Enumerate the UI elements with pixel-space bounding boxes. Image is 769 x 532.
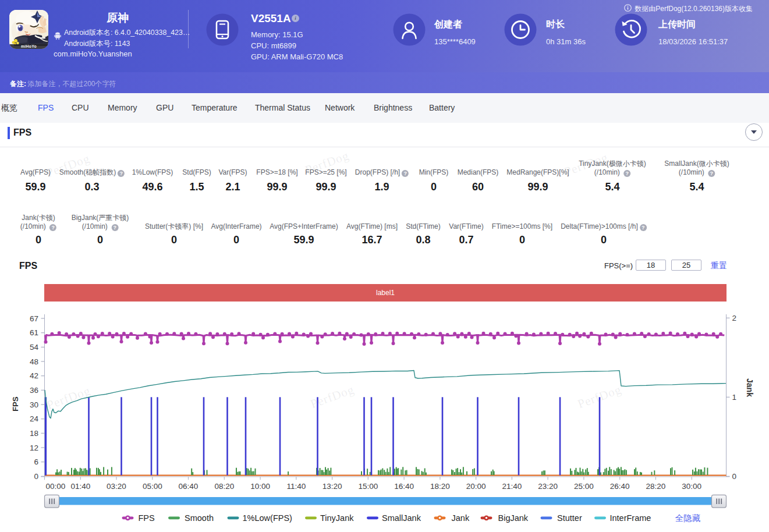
svg-text:10:00: 10:00 — [250, 482, 270, 491]
svg-text:11:40: 11:40 — [286, 482, 306, 491]
svg-text:12: 12 — [30, 444, 38, 452]
svg-text:FPS: FPS — [139, 513, 155, 523]
svg-text:36: 36 — [30, 386, 38, 395]
svg-text:23:20: 23:20 — [538, 482, 558, 491]
svg-text:13:20: 13:20 — [323, 482, 342, 491]
svg-text:42: 42 — [30, 371, 38, 380]
svg-text:Smooth: Smooth — [185, 513, 214, 523]
svg-text:21:40: 21:40 — [502, 482, 522, 491]
svg-text:30:00: 30:00 — [682, 482, 701, 491]
svg-text:FPS: FPS — [11, 396, 20, 412]
svg-text:20:00: 20:00 — [466, 482, 486, 491]
svg-text:30: 30 — [30, 400, 38, 409]
svg-text:Jank: Jank — [745, 378, 754, 397]
svg-text:61: 61 — [30, 328, 38, 337]
svg-text:00:00: 00:00 — [46, 482, 66, 491]
svg-text:0: 0 — [34, 472, 38, 481]
svg-text:InterFrame: InterFrame — [610, 513, 651, 523]
svg-text:48: 48 — [30, 357, 38, 366]
svg-text:18:20: 18:20 — [430, 482, 450, 491]
svg-text:06:40: 06:40 — [179, 482, 199, 491]
svg-text:1: 1 — [732, 393, 737, 402]
svg-text:全隐藏: 全隐藏 — [675, 513, 701, 523]
svg-text:miHoYo: miHoYo — [21, 44, 37, 48]
svg-text:24: 24 — [30, 414, 39, 423]
svg-text:1%Low(FPS): 1%Low(FPS) — [243, 513, 292, 523]
svg-text:01:40: 01:40 — [70, 482, 90, 491]
svg-text:25:00: 25:00 — [574, 482, 594, 491]
svg-text:15:00: 15:00 — [358, 482, 378, 491]
svg-text:03:20: 03:20 — [107, 482, 126, 491]
svg-text:SmallJank: SmallJank — [382, 513, 421, 523]
svg-text:Jank: Jank — [452, 513, 470, 523]
svg-text:67: 67 — [30, 314, 38, 323]
svg-text:28:20: 28:20 — [646, 482, 666, 491]
svg-text:54: 54 — [30, 343, 39, 352]
svg-text:6: 6 — [34, 457, 38, 466]
svg-text:18: 18 — [30, 429, 38, 438]
svg-text:16:40: 16:40 — [394, 482, 414, 491]
svg-text:0: 0 — [732, 472, 737, 481]
svg-text:08:20: 08:20 — [214, 482, 234, 491]
svg-text:2: 2 — [732, 314, 737, 322]
svg-text:05:00: 05:00 — [143, 482, 162, 491]
svg-text:TinyJank: TinyJank — [320, 513, 354, 523]
svg-text:26:40: 26:40 — [610, 482, 630, 491]
svg-text:BigJank: BigJank — [498, 513, 529, 523]
svg-text:Stutter: Stutter — [557, 513, 582, 523]
